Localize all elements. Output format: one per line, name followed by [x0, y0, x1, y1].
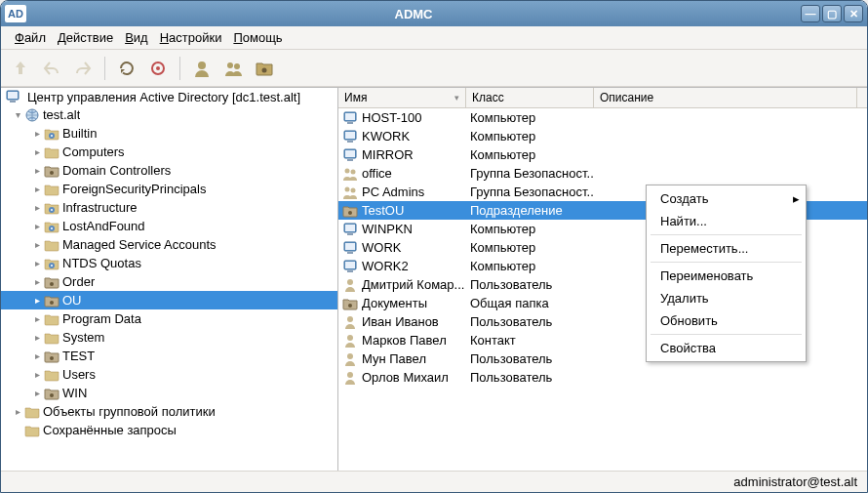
group-icon: [342, 166, 358, 182]
expander-icon[interactable]: ▸: [30, 202, 44, 213]
object-name: HOST-100: [362, 110, 421, 125]
statusbar: administrator@test.alt: [1, 471, 867, 492]
comp-icon: [342, 222, 358, 237]
tree-root-row[interactable]: Центр управления Active Directory [dc1.t…: [1, 88, 337, 105]
tree-item[interactable]: ▸Infrastructure: [1, 198, 337, 217]
tree-item-label: LostAndFound: [62, 219, 145, 233]
tree-item[interactable]: ▸ForeignSecurityPrincipals: [1, 180, 337, 198]
object-class: Пользователь: [466, 277, 594, 292]
expander-icon[interactable]: ▾: [11, 109, 24, 120]
folder-icon: [44, 330, 59, 346]
tree-item[interactable]: ▸Объекты групповой политики: [1, 402, 337, 421]
expander-icon[interactable]: ▸: [30, 221, 44, 231]
group-icon: [223, 59, 243, 78]
column-header[interactable]: Имя: [338, 88, 466, 107]
tree-item[interactable]: ▸NTDS Quotas: [1, 254, 337, 272]
tree-item-label: Program Data: [62, 311, 141, 326]
tree-item[interactable]: Сохранённые запросы: [1, 421, 337, 439]
object-name: PC Admins: [362, 185, 424, 199]
tree-item-label: Computers: [62, 144, 125, 159]
tree-item-label: Builtin: [62, 126, 97, 141]
expander-icon[interactable]: ▸: [30, 350, 44, 361]
tree-item-label: TEST: [62, 349, 95, 363]
group-button[interactable]: [219, 55, 247, 82]
ou-button[interactable]: [251, 55, 278, 82]
object-row[interactable]: MIRRORКомпьютер: [338, 145, 867, 164]
expander-icon[interactable]: ▸: [30, 239, 44, 250]
expander-icon[interactable]: ▸: [30, 258, 44, 268]
context-menu[interactable]: СоздатьНайти...Переместить...Переименова…: [646, 185, 807, 362]
object-row[interactable]: officeГруппа Безопасност...: [338, 164, 867, 183]
menu-настройки[interactable]: Настройки: [154, 28, 228, 47]
tree-item[interactable]: ▸Managed Service Accounts: [1, 235, 337, 254]
expander-icon[interactable]: ▸: [11, 406, 24, 417]
folder-icon: [24, 423, 40, 438]
expander-icon[interactable]: ▸: [30, 146, 44, 157]
column-header[interactable]: Описание: [594, 88, 857, 107]
menu-действие[interactable]: Действие: [52, 28, 119, 47]
ctx-найти[interactable]: Найти...: [647, 210, 806, 232]
tree-item-label: Order: [62, 274, 95, 289]
forward-icon: [73, 59, 93, 78]
ctx-переименовать[interactable]: Переименовать: [647, 265, 806, 287]
tree-item[interactable]: ▾test.alt: [1, 105, 337, 124]
target-button[interactable]: [144, 55, 172, 82]
expander-icon[interactable]: ▸: [30, 128, 44, 139]
expander-icon[interactable]: ▸: [30, 313, 44, 324]
ctx-создать[interactable]: Создать: [647, 187, 806, 210]
tree-item[interactable]: ▸Computers: [1, 143, 337, 161]
tree-item[interactable]: ▸TEST: [1, 347, 337, 365]
tree-item-label: Users: [62, 367, 96, 382]
column-header[interactable]: Класс: [466, 88, 594, 107]
tree-item-label: WIN: [62, 386, 87, 400]
objects-panel[interactable]: ИмяКлассОписание HOST-100КомпьютерKWORKК…: [338, 88, 867, 471]
object-row[interactable]: Орлов МихаилПользователь: [338, 368, 867, 387]
tree-panel[interactable]: Центр управления Active Directory [dc1.t…: [1, 88, 338, 471]
tree-item[interactable]: ▸System: [1, 328, 337, 347]
ctx-переместить[interactable]: Переместить...: [647, 237, 806, 260]
expander-icon[interactable]: ▸: [30, 295, 44, 306]
object-row[interactable]: KWORKКомпьютер: [338, 127, 867, 145]
expander-icon[interactable]: ▸: [30, 369, 44, 380]
expander-icon[interactable]: ▸: [30, 276, 44, 287]
user-button[interactable]: [188, 55, 216, 82]
object-class: Пользователь: [466, 351, 594, 366]
ctx-свойства[interactable]: Свойства: [647, 337, 806, 359]
tree-item[interactable]: ▸WIN: [1, 384, 337, 402]
ctx-удалить[interactable]: Удалить: [647, 287, 806, 309]
tree-item[interactable]: ▸Order: [1, 272, 337, 291]
toolbar: [1, 50, 867, 87]
gear-icon: [44, 126, 59, 142]
tree-item[interactable]: ▸Domain Controllers: [1, 161, 337, 180]
forward-button: [69, 55, 97, 82]
tree-item-label: test.alt: [43, 107, 80, 122]
object-class: Группа Безопасност...: [466, 166, 594, 181]
menu-вид[interactable]: Вид: [119, 28, 154, 47]
object-class: Компьютер: [466, 110, 594, 125]
minimize-button[interactable]: —: [801, 5, 820, 22]
menu-файл[interactable]: Файл: [9, 28, 52, 47]
tree-item[interactable]: ▸LostAndFound: [1, 217, 337, 235]
close-button[interactable]: ✕: [844, 5, 863, 22]
tree-item[interactable]: ▸Builtin: [1, 124, 337, 143]
maximize-button[interactable]: ▢: [822, 5, 842, 22]
expander-icon[interactable]: ▸: [30, 388, 44, 398]
ctx-обновить[interactable]: Обновить: [647, 309, 806, 332]
object-class: Общая папка: [466, 296, 594, 310]
column-header-row: ИмяКлассОписание: [338, 88, 867, 108]
tree-item[interactable]: ▸Users: [1, 365, 337, 384]
tree-item[interactable]: ▸Program Data: [1, 309, 337, 328]
tree-item[interactable]: ▸OU: [1, 291, 337, 309]
comp-icon: [342, 259, 358, 274]
object-class: Компьютер: [466, 259, 594, 273]
up-button: [7, 55, 34, 82]
object-class: Группа Безопасност...: [466, 185, 594, 199]
expander-icon[interactable]: ▸: [30, 332, 44, 343]
expander-icon[interactable]: ▸: [30, 184, 44, 194]
refresh-button[interactable]: [113, 55, 140, 82]
menu-помощь[interactable]: Помощь: [227, 28, 288, 47]
expander-icon[interactable]: ▸: [30, 165, 44, 176]
object-row[interactable]: HOST-100Компьютер: [338, 108, 867, 127]
titlebar[interactable]: AD ADMC — ▢ ✕: [1, 1, 867, 26]
gear-icon: [44, 219, 59, 234]
